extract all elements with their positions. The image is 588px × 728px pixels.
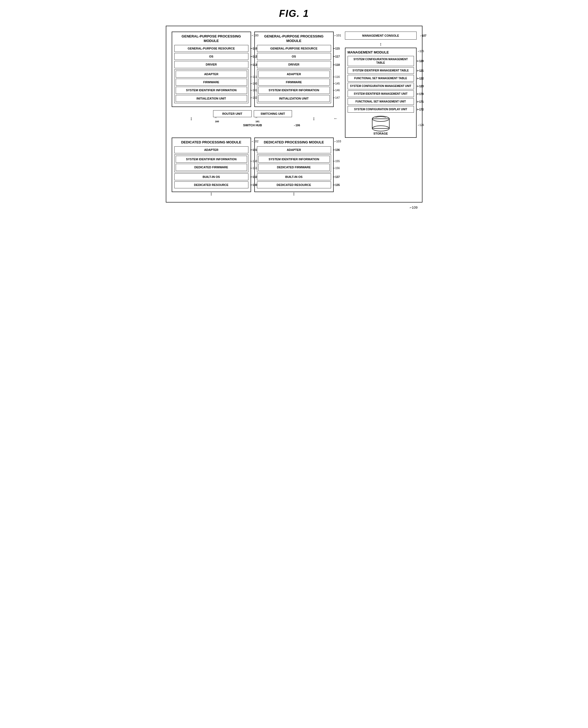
gpm-101-adapter-group: ADAPTER FIRMWARE SYSTEM IDENTIFIER INFOR… bbox=[257, 69, 331, 103]
ref-170: ⊢170 bbox=[417, 92, 424, 96]
storage-area: STORAGE ⌐126 bbox=[348, 115, 414, 135]
svg-rect-1 bbox=[372, 119, 389, 128]
gpm-101-box: GENERAL-PURPOSE PROCESSING MODULE ⌐101 G… bbox=[254, 32, 334, 107]
arrow-switch-management: ← bbox=[334, 116, 338, 121]
management-module-ref: ⌐105 bbox=[418, 50, 424, 53]
ref-126: ⌐126 bbox=[418, 124, 424, 126]
dpm-102-box: DEDICATED PROCESSING MODULE ⌐102 ADAPTER… bbox=[172, 138, 251, 192]
dpm-103-ref: ⌐103 bbox=[335, 140, 341, 143]
arrow-gpm100-switch: ↕ bbox=[172, 116, 211, 121]
func-set-unit: FUNCTIONAL SET MANAGEMENT UNIT ⊢171 bbox=[348, 98, 414, 105]
dpm-102-sub-group: SYSTEM IDENTIFIER INFORMATION DEDICATED … bbox=[174, 154, 248, 172]
gpm-100-adapter: ADAPTER bbox=[176, 70, 247, 78]
router-switch-area: ROUTER UNIT ⌒ 160 SWITCHING UNIT ⌒ 161 S… bbox=[213, 110, 292, 127]
ref-135: ⊢135 bbox=[333, 183, 340, 187]
dpm-103-dedicated-fw: DEDICATED FIRMWARE bbox=[258, 164, 330, 171]
dpm-103-builtin-os: BUILT-IN OS ⊢137 bbox=[257, 174, 331, 180]
gpm-101-label: GENERAL-PURPOSE PROCESSING MODULE bbox=[257, 34, 331, 43]
gpm-101-firmware: FIRMWARE bbox=[258, 79, 330, 86]
gpm-100-init-unit: INITIALIZATION UNIT bbox=[176, 95, 247, 102]
ref-136: ⊢136 bbox=[333, 148, 340, 151]
sys-config-unit: SYSTEM CONFIGURATION MANAGEMENT UNIT ⊢12… bbox=[348, 83, 414, 89]
sys-id-table: SYSTEM IDENTIFIER MANAGEMENT TABLE ⊢121 bbox=[348, 67, 414, 74]
dpm-103-adapter: ADAPTER ⊢136 bbox=[257, 146, 331, 153]
ref-161: 161 bbox=[256, 120, 260, 123]
switching-unit-box: SWITCHING UNIT ⌒ 161 bbox=[254, 110, 292, 117]
diagram-ref: ⌐109 bbox=[410, 205, 417, 209]
ref-171: ⊢171 bbox=[417, 100, 424, 103]
management-console-box: MANAGEMENT CONSOLE ⌐107 bbox=[345, 32, 417, 40]
gpm-100-box: GENERAL-PURPOSE PROCESSING MODULE ⌐100 G… bbox=[172, 32, 251, 107]
dpm-102-dedicated-resource: DEDICATED RESOURCE ⊢130 bbox=[174, 181, 248, 188]
ref-116: ⊢116 bbox=[333, 76, 340, 78]
dpm-103-dedicated-resource: DEDICATED RESOURCE ⊢135 bbox=[257, 181, 331, 188]
gpm-100-sys-id-info: SYSTEM IDENTIFIER INFORMATION bbox=[176, 87, 247, 94]
gpm-101-os: OS ⊢117 bbox=[257, 53, 331, 60]
dpm-103-box: DEDICATED PROCESSING MODULE ⌐103 ADAPTER… bbox=[254, 138, 334, 192]
ref-145: ⊢145 bbox=[333, 82, 340, 85]
diagram-container: GENERAL-PURPOSE PROCESSING MODULE ⌐100 G… bbox=[166, 26, 422, 203]
gpm-101-resource: GENERAL-PURPOSE RESOURCE ⊢115 bbox=[257, 45, 331, 52]
dpm-102-sys-id-info: SYSTEM IDENTIFIER INFORMATION bbox=[176, 156, 247, 163]
dpm-102-label: DEDICATED PROCESSING MODULE bbox=[174, 140, 248, 145]
router-unit-box: ROUTER UNIT ⌒ 160 bbox=[213, 110, 252, 117]
dpm-102-dedicated-fw: DEDICATED FIRMWARE bbox=[176, 164, 247, 171]
ref-106: ⌐106 bbox=[294, 124, 300, 126]
ref-146: ⊢146 bbox=[333, 89, 340, 92]
ref-115: ⊢115 bbox=[333, 46, 340, 50]
arrow-console-module: ↕ bbox=[345, 42, 417, 46]
gpm-100-resource: GENERAL-PURPOSE RESOURCE ⊢110 bbox=[174, 45, 248, 52]
gpm-101-sys-id-info: SYSTEM IDENTIFIER INFORMATION bbox=[258, 87, 330, 94]
sys-id-unit: SYSTEM IDENTIFIER MANAGEMENT UNIT ⊢170 bbox=[348, 90, 414, 97]
dpm-102-adapter: ADAPTER ⊢131 bbox=[174, 146, 248, 153]
ref-123: ⊢123 bbox=[417, 84, 424, 88]
gpm-100-adapter-group: ADAPTER FIRMWARE SYSTEM IDENTIFIER INFOR… bbox=[174, 69, 248, 103]
switch-hub-label: SWITCH HUB ⌐106 bbox=[213, 124, 292, 127]
ref-121: ⊢121 bbox=[417, 69, 424, 72]
storage-icon bbox=[370, 115, 392, 134]
gpm-101-ref: ⌐101 bbox=[335, 34, 341, 37]
gpm-101-driver: DRIVER ⊢118 bbox=[257, 61, 331, 68]
sys-config-display: SYSTEM CONFIGURATION DISPLAY UNIT ⊢172 bbox=[348, 106, 414, 113]
func-set-table: FUNCTIONAL SET MANAGEMENT TABLE ⊢122 bbox=[348, 75, 414, 82]
gpm-100-os: OS ⊢112 bbox=[174, 53, 248, 60]
ref-172: ⊢172 bbox=[417, 107, 424, 111]
ref-120: ⊢120 bbox=[417, 59, 424, 63]
ref-117: ⊢117 bbox=[333, 55, 340, 58]
dpm-103-sub-group: SYSTEM IDENTIFIER INFORMATION DEDICATED … bbox=[257, 154, 331, 172]
ref-147: ⊢147 bbox=[333, 96, 340, 99]
ref-118: ⊢118 bbox=[333, 63, 340, 66]
gpm-100-label: GENERAL-PURPOSE PROCESSING MODULE bbox=[174, 34, 248, 43]
ref-155: ⊢155 bbox=[333, 160, 340, 163]
gpm-101-adapter: ADAPTER bbox=[258, 70, 330, 78]
dpm-103-sys-id-info: SYSTEM IDENTIFIER INFORMATION bbox=[258, 156, 330, 163]
dpm-103-label: DEDICATED PROCESSING MODULE bbox=[257, 140, 331, 145]
ref-160: 160 bbox=[215, 120, 219, 123]
storage-label: STORAGE bbox=[373, 132, 388, 135]
gpm-101-init-unit: INITIALIZATION UNIT bbox=[258, 95, 330, 102]
gpm-100-firmware: FIRMWARE bbox=[176, 79, 247, 86]
ref-122: ⊢122 bbox=[417, 77, 424, 80]
gpm-100-driver: DRIVER ⊢113 bbox=[174, 61, 248, 68]
ref-107: ⌐107 bbox=[420, 34, 426, 37]
page-title: FIG. 1 bbox=[279, 8, 309, 19]
dpm-102-builtin-os: BUILT-IN OS ⊢132 bbox=[174, 174, 248, 180]
ref-137: ⊢137 bbox=[333, 175, 340, 179]
management-module-title: MANAGEMENT MODULE bbox=[348, 50, 414, 54]
arrow-gpm101-switch: ↕ bbox=[294, 116, 334, 121]
ref-156: ⊢156 bbox=[333, 167, 340, 169]
management-module-box: ⌐105 MANAGEMENT MODULE SYSTEM CONFIGURAT… bbox=[345, 48, 417, 138]
sys-config-table: SYSTEM CONFIGURATION MANAGEMENT TABLE ⊢1… bbox=[348, 56, 414, 66]
